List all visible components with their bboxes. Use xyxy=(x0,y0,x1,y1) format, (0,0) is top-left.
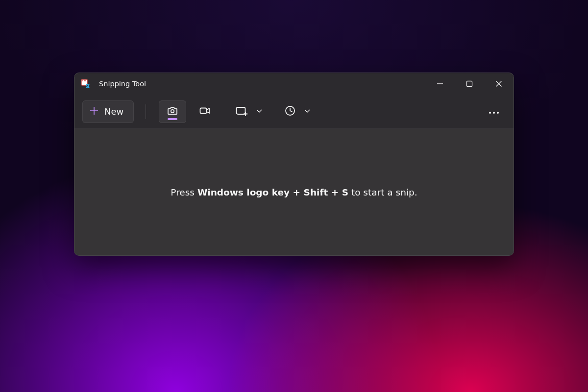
more-button[interactable] xyxy=(482,100,506,123)
rectangle-snip-icon xyxy=(235,105,248,119)
hint-text: Press Windows logo key + Shift + S to st… xyxy=(171,187,417,197)
svg-rect-15 xyxy=(200,108,207,113)
svg-rect-1 xyxy=(82,80,83,81)
delay-chevron[interactable] xyxy=(299,100,316,123)
more-icon xyxy=(489,107,499,116)
snapshot-mode-button[interactable] xyxy=(159,100,186,123)
maximize-button[interactable] xyxy=(455,73,484,95)
close-button[interactable] xyxy=(484,73,514,95)
svg-rect-0 xyxy=(81,79,87,85)
chevron-down-icon xyxy=(256,107,263,116)
new-button-label: New xyxy=(104,106,123,117)
svg-rect-16 xyxy=(237,107,245,114)
chevron-down-icon xyxy=(304,107,311,116)
snip-shape-dropdown[interactable] xyxy=(235,100,268,123)
svg-point-21 xyxy=(493,112,495,114)
svg-rect-3 xyxy=(85,80,86,81)
minimize-button[interactable] xyxy=(425,73,455,95)
content-area: Press Windows logo key + Shift + S to st… xyxy=(74,129,514,255)
window-controls xyxy=(425,73,514,95)
svg-point-22 xyxy=(497,112,499,114)
toolbar: New xyxy=(74,95,514,129)
snip-shape-chevron[interactable] xyxy=(251,100,268,123)
delay-dropdown[interactable] xyxy=(284,100,316,123)
snipping-tool-window: Snipping Tool New xyxy=(74,73,514,256)
svg-rect-2 xyxy=(84,80,85,81)
plus-icon xyxy=(90,106,98,117)
app-icon xyxy=(81,79,90,88)
toolbar-divider xyxy=(146,104,146,119)
video-icon xyxy=(199,105,211,119)
svg-point-14 xyxy=(171,109,174,112)
clock-icon xyxy=(284,105,296,119)
app-title: Snipping Tool xyxy=(99,80,146,88)
svg-rect-9 xyxy=(467,81,472,87)
new-button[interactable]: New xyxy=(82,100,134,123)
camera-icon xyxy=(167,105,178,119)
titlebar: Snipping Tool xyxy=(74,73,514,95)
svg-point-20 xyxy=(489,112,491,114)
record-mode-button[interactable] xyxy=(191,100,219,123)
